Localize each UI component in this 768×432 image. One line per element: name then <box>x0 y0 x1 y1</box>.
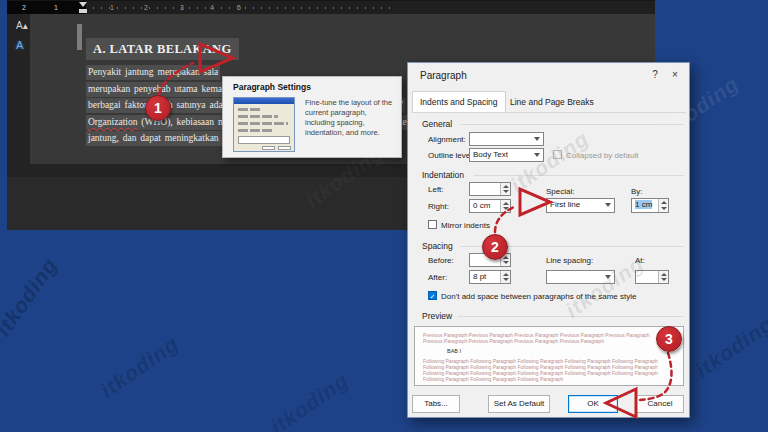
section-rule <box>474 175 684 176</box>
dialog-title: Paragraph <box>420 70 467 81</box>
at-label: At: <box>635 256 645 265</box>
chevron-down-icon <box>534 137 540 141</box>
tooltip-description: Fine-tune the layout of the current para… <box>305 98 397 139</box>
spinner-arrows-icon[interactable] <box>500 271 510 283</box>
misspelled-word: Organization <box>88 117 137 127</box>
mini-dialog-lines <box>238 108 262 111</box>
outline-level-value: Body Text <box>473 150 508 159</box>
general-section-label: General <box>422 119 452 129</box>
spacing-after-value: 8 pt <box>473 272 486 281</box>
preview-section-label: Preview <box>422 311 452 321</box>
mirror-indents-label: Mirror indents <box>441 221 490 230</box>
by-input[interactable]: 1 cm <box>631 198 669 213</box>
spinner-arrows-icon[interactable] <box>500 200 510 212</box>
set-as-default-button[interactable]: Set As Default <box>488 395 550 413</box>
indent-right-label: Right: <box>428 202 449 211</box>
watermark-text: itkoding <box>266 368 353 432</box>
section-rule <box>458 316 684 317</box>
tooltip-preview-image <box>233 97 295 152</box>
indentation-section-label: Indentation <box>422 170 464 180</box>
spacing-after-label: After: <box>428 273 447 282</box>
outline-level-dropdown[interactable]: Body Text <box>469 148 544 162</box>
line-spacing-label: Line spacing: <box>546 256 593 265</box>
mirror-indents-checkbox[interactable] <box>428 220 437 229</box>
outline-level-label: Outline level: <box>428 151 474 160</box>
spacing-before-label: Before: <box>428 256 454 265</box>
dont-add-space-label: Don't add space between paragraphs of th… <box>441 292 636 301</box>
special-dropdown[interactable]: First line <box>546 198 615 213</box>
step3-badge: 3 <box>656 326 682 352</box>
chevron-down-icon <box>605 203 611 207</box>
special-label: Special: <box>546 187 574 196</box>
help-icon[interactable]: ? <box>647 69 663 80</box>
document-heading[interactable]: A. LATAR BELAKANG <box>86 38 239 60</box>
chevron-down-icon <box>605 275 611 279</box>
collapsed-by-default-checkbox[interactable] <box>553 150 562 159</box>
indent-left-label: Left: <box>428 185 444 194</box>
indent-right-input[interactable]: 0 cm <box>469 199 511 213</box>
tab-divider <box>412 112 686 113</box>
alignment-label: Alignment: <box>428 135 466 144</box>
mini-dialog-button <box>262 146 275 150</box>
indent-left-input[interactable] <box>469 182 511 196</box>
ok-button[interactable]: OK <box>568 395 618 413</box>
mini-dialog-lines <box>238 115 278 118</box>
watermark-text: itkoding <box>96 331 183 402</box>
text-effects-icon[interactable]: A <box>16 40 23 50</box>
dont-add-space-checkbox[interactable]: ✓ <box>428 291 437 300</box>
grow-font-icon[interactable]: A▴ <box>16 21 28 31</box>
indent-right-value: 0 cm <box>473 201 490 210</box>
by-label: By: <box>631 187 643 196</box>
mini-dialog-preview <box>238 136 290 144</box>
watermark-text: itkoding <box>691 311 768 382</box>
spinner-arrows-icon[interactable] <box>658 199 668 212</box>
paragraph-dialog: Paragraph ? × Indents and Spacing Line a… <box>407 62 690 418</box>
cancel-button[interactable]: Cancel <box>636 395 684 413</box>
line-spacing-dropdown[interactable] <box>546 270 615 284</box>
at-input[interactable] <box>635 270 669 284</box>
step1-badge: 1 <box>145 95 171 121</box>
watermark-text: itkoding <box>0 253 62 340</box>
step2-badge: 2 <box>482 234 508 260</box>
mini-dialog-button <box>278 146 291 150</box>
mini-dialog-lines <box>238 129 274 132</box>
mini-dialog-titlebar <box>234 98 294 104</box>
special-value: First line <box>550 200 580 209</box>
chevron-down-icon <box>534 153 540 157</box>
tab-line-and-page-breaks[interactable]: Line and Page Breaks <box>503 93 601 111</box>
collapsed-by-default-label: Collapsed by default <box>566 151 639 160</box>
tabs-button[interactable]: Tabs... <box>412 395 460 413</box>
preview-previous-text: Previous Paragraph Previous Paragraph Pr… <box>423 332 669 344</box>
close-icon[interactable]: × <box>667 69 683 80</box>
preview-following-text: Following Paragraph Following Paragraph … <box>423 358 669 382</box>
paragraph-settings-tooltip: Paragraph Settings Fine-tune the layout … <box>222 76 402 158</box>
spacing-section-label: Spacing <box>422 241 453 251</box>
spinner-arrows-icon[interactable] <box>500 183 510 195</box>
text-cursor <box>77 24 82 50</box>
preview-current-text: BAB I <box>423 348 669 354</box>
alignment-dropdown[interactable] <box>469 132 544 146</box>
tab-indents-and-spacing[interactable]: Indents and Spacing <box>412 91 506 112</box>
spinner-arrows-icon[interactable] <box>658 271 668 283</box>
mini-dialog-lines <box>238 122 288 125</box>
spacing-after-input[interactable]: 8 pt <box>469 270 511 284</box>
document-line[interactable]: Penyakit jantung merupakan sala <box>86 65 220 80</box>
by-value: 1 cm <box>635 200 652 209</box>
preview-box: Previous Paragraph Previous Paragraph Pr… <box>414 326 684 386</box>
section-rule <box>460 124 684 125</box>
tooltip-title: Paragraph Settings <box>233 82 311 92</box>
